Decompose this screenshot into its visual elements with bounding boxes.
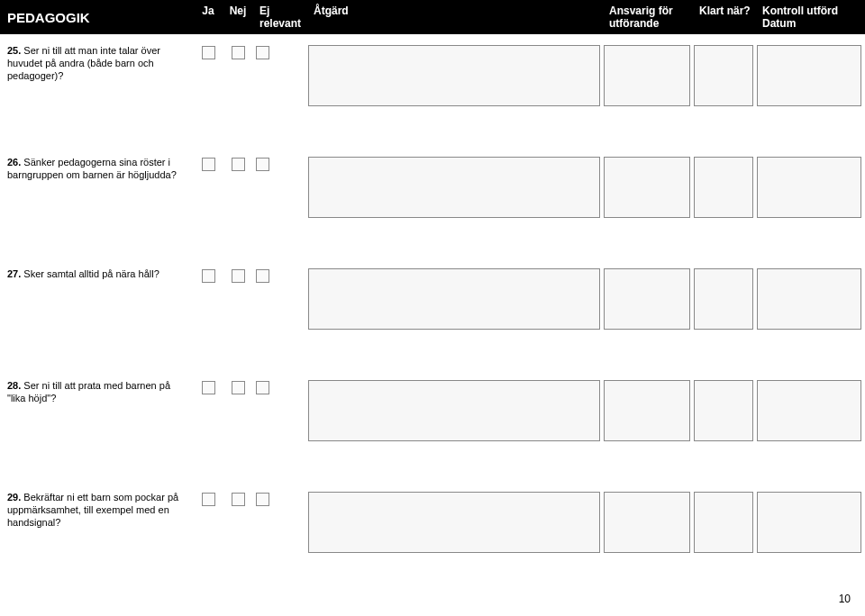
checkbox-ej[interactable] <box>256 269 269 283</box>
klart-input[interactable] <box>694 157 753 218</box>
checkbox-ej[interactable] <box>256 493 269 506</box>
question-body: Ser ni till att prata med barnen på "lik… <box>7 380 170 403</box>
ansvarig-input[interactable] <box>604 380 690 441</box>
header-ja: Ja <box>195 0 222 34</box>
checkbox-nej[interactable] <box>232 381 245 394</box>
question-text: 26. Sänker pedagogerna sina röster i bar… <box>0 157 195 218</box>
table-row: 25. Ser ni till att man inte talar över … <box>0 41 865 146</box>
kontroll-input[interactable] <box>757 45 861 106</box>
checkbox-nej[interactable] <box>232 493 245 506</box>
ansvarig-input[interactable] <box>604 268 690 330</box>
header-kontroll: Kontroll utförd Datum <box>757 0 865 34</box>
table-row: 26. Sänker pedagogerna sina röster i bar… <box>0 153 865 258</box>
atgard-input[interactable] <box>308 45 600 106</box>
header-ansvarig-line2: utförande <box>609 17 688 30</box>
question-number: 28. <box>7 380 21 391</box>
kontroll-input[interactable] <box>757 492 861 553</box>
checkbox-ej[interactable] <box>256 381 269 394</box>
table-header: PEDAGOGIK Ja Nej Ej relevant Åtgärd Ansv… <box>0 0 865 34</box>
checkbox-nej[interactable] <box>232 158 245 171</box>
atgard-input[interactable] <box>308 157 600 218</box>
header-ej-line1: Ej <box>260 5 303 17</box>
atgard-input[interactable] <box>308 380 600 441</box>
header-nej: Nej <box>222 0 254 34</box>
kontroll-input[interactable] <box>757 157 861 218</box>
ansvarig-input[interactable] <box>604 45 690 106</box>
klart-input[interactable] <box>694 380 753 441</box>
klart-input[interactable] <box>694 268 753 330</box>
header-atgard: Åtgärd <box>308 0 604 34</box>
checkbox-ja[interactable] <box>202 493 215 506</box>
header-klart: Klart när? <box>694 0 757 34</box>
question-number: 25. <box>7 45 21 56</box>
page-number: 10 <box>839 593 851 605</box>
ansvarig-input[interactable] <box>604 492 690 553</box>
kontroll-input[interactable] <box>757 268 861 330</box>
klart-input[interactable] <box>694 492 753 553</box>
table-row: 29. Bekräftar ni ett barn som pockar på … <box>0 488 865 593</box>
question-number: 29. <box>7 492 21 503</box>
header-kontroll-line1: Kontroll utförd <box>762 5 860 17</box>
table-row: 27. Sker samtal alltid på nära håll? <box>0 265 865 369</box>
checkbox-nej[interactable] <box>232 269 245 283</box>
header-kontroll-line2: Datum <box>762 17 860 30</box>
atgard-input[interactable] <box>308 492 600 553</box>
checkbox-ja[interactable] <box>202 269 215 283</box>
checkbox-ej[interactable] <box>256 158 269 171</box>
question-body: Bekräftar ni ett barn som pockar på uppm… <box>7 492 178 528</box>
question-text: 28. Ser ni till att prata med barnen på … <box>0 380 195 441</box>
question-number: 27. <box>7 268 21 279</box>
header-ej-relevant: Ej relevant <box>254 0 308 34</box>
question-text: 25. Ser ni till att man inte talar över … <box>0 45 195 106</box>
kontroll-input[interactable] <box>757 380 861 441</box>
klart-input[interactable] <box>694 45 753 106</box>
header-ansvarig-line1: Ansvarig för <box>609 5 688 17</box>
atgard-input[interactable] <box>308 268 600 330</box>
checkbox-ja[interactable] <box>202 158 215 171</box>
question-text: 27. Sker samtal alltid på nära håll? <box>0 268 195 330</box>
checkbox-ej[interactable] <box>256 46 269 59</box>
header-ej-line2: relevant <box>260 17 303 30</box>
table-row: 28. Ser ni till att prata med barnen på … <box>0 376 865 481</box>
header-title: PEDAGOGIK <box>0 0 195 34</box>
question-body: Sker samtal alltid på nära håll? <box>21 268 159 279</box>
question-body: Sänker pedagogerna sina röster i barngru… <box>7 157 177 180</box>
question-body: Ser ni till att man inte talar över huvu… <box>7 45 160 81</box>
checkbox-ja[interactable] <box>202 381 215 394</box>
header-ansvarig: Ansvarig för utförande <box>604 0 694 34</box>
checkbox-ja[interactable] <box>202 46 215 59</box>
ansvarig-input[interactable] <box>604 157 690 218</box>
question-text: 29. Bekräftar ni ett barn som pockar på … <box>0 492 195 553</box>
checkbox-nej[interactable] <box>232 46 245 59</box>
question-number: 26. <box>7 157 21 168</box>
